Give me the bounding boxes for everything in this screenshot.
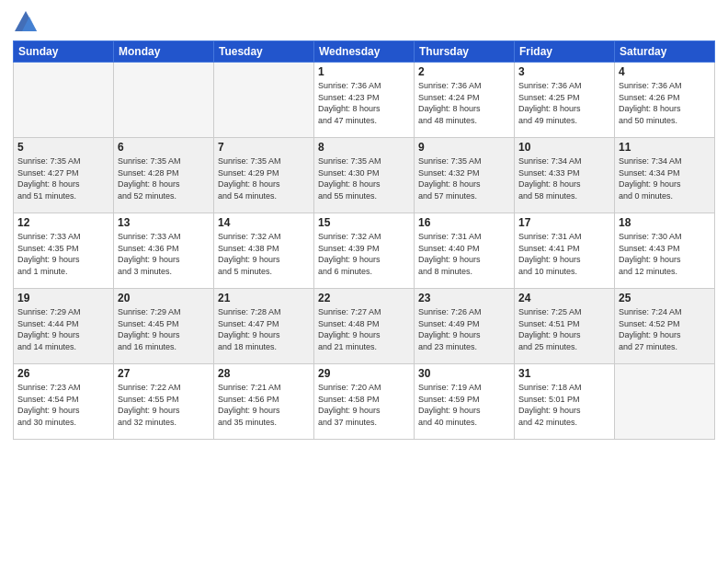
day-info: Sunrise: 7:33 AM Sunset: 4:36 PM Dayligh… [118, 231, 210, 277]
calendar-cell: 16Sunrise: 7:31 AM Sunset: 4:40 PM Dayli… [415, 213, 515, 289]
day-info: Sunrise: 7:35 AM Sunset: 4:27 PM Dayligh… [17, 155, 109, 201]
calendar-cell [14, 63, 114, 138]
day-info: Sunrise: 7:32 AM Sunset: 4:39 PM Dayligh… [318, 231, 410, 277]
day-number: 17 [518, 216, 610, 229]
day-number: 20 [118, 292, 210, 304]
day-info: Sunrise: 7:35 AM Sunset: 4:30 PM Dayligh… [318, 155, 410, 201]
calendar-table: SundayMondayTuesdayWednesdayThursdayFrid… [13, 40, 715, 440]
weekday-header-saturday: Saturday [615, 41, 715, 63]
day-info: Sunrise: 7:22 AM Sunset: 4:55 PM Dayligh… [118, 382, 210, 428]
top-section [13, 9, 715, 35]
calendar-cell: 13Sunrise: 7:33 AM Sunset: 4:36 PM Dayli… [114, 213, 214, 289]
day-number: 15 [318, 216, 410, 229]
day-number: 24 [518, 292, 610, 304]
calendar-cell: 5Sunrise: 7:35 AM Sunset: 4:27 PM Daylig… [14, 138, 114, 213]
calendar-cell: 22Sunrise: 7:27 AM Sunset: 4:48 PM Dayli… [314, 289, 415, 364]
day-info: Sunrise: 7:33 AM Sunset: 4:35 PM Dayligh… [17, 231, 109, 277]
calendar-cell: 19Sunrise: 7:29 AM Sunset: 4:44 PM Dayli… [14, 289, 114, 364]
day-number: 12 [17, 216, 109, 229]
weekday-header-row: SundayMondayTuesdayWednesdayThursdayFrid… [14, 41, 715, 63]
day-number: 26 [17, 367, 109, 380]
day-info: Sunrise: 7:27 AM Sunset: 4:48 PM Dayligh… [318, 306, 410, 352]
day-info: Sunrise: 7:29 AM Sunset: 4:45 PM Dayligh… [118, 306, 210, 352]
calendar-cell [615, 364, 715, 440]
day-number: 13 [118, 216, 210, 229]
page: SundayMondayTuesdayWednesdayThursdayFrid… [0, 0, 728, 563]
day-number: 23 [418, 292, 510, 304]
calendar-cell: 6Sunrise: 7:35 AM Sunset: 4:28 PM Daylig… [114, 138, 214, 213]
calendar-cell: 24Sunrise: 7:25 AM Sunset: 4:51 PM Dayli… [515, 289, 615, 364]
day-number: 29 [318, 367, 410, 380]
day-info: Sunrise: 7:19 AM Sunset: 4:59 PM Dayligh… [418, 382, 510, 428]
day-info: Sunrise: 7:23 AM Sunset: 4:54 PM Dayligh… [17, 382, 109, 428]
weekday-header-thursday: Thursday [415, 41, 515, 63]
day-number: 28 [218, 367, 310, 380]
day-info: Sunrise: 7:25 AM Sunset: 4:51 PM Dayligh… [518, 306, 610, 352]
day-number: 25 [619, 292, 711, 304]
calendar-cell: 15Sunrise: 7:32 AM Sunset: 4:39 PM Dayli… [314, 213, 415, 289]
day-number: 30 [418, 367, 510, 380]
logo [13, 9, 42, 35]
day-info: Sunrise: 7:26 AM Sunset: 4:49 PM Dayligh… [418, 306, 510, 352]
week-row-2: 5Sunrise: 7:35 AM Sunset: 4:27 PM Daylig… [14, 138, 715, 213]
day-number: 6 [118, 141, 210, 154]
day-number: 1 [318, 65, 410, 78]
day-info: Sunrise: 7:35 AM Sunset: 4:29 PM Dayligh… [218, 155, 310, 201]
week-row-1: 1Sunrise: 7:36 AM Sunset: 4:23 PM Daylig… [14, 63, 715, 138]
weekday-header-friday: Friday [515, 41, 615, 63]
day-info: Sunrise: 7:34 AM Sunset: 4:34 PM Dayligh… [619, 155, 711, 201]
day-number: 2 [418, 65, 510, 78]
day-info: Sunrise: 7:24 AM Sunset: 4:52 PM Dayligh… [619, 306, 711, 352]
calendar-cell: 28Sunrise: 7:21 AM Sunset: 4:56 PM Dayli… [214, 364, 314, 440]
day-number: 11 [619, 141, 711, 154]
week-row-4: 19Sunrise: 7:29 AM Sunset: 4:44 PM Dayli… [14, 289, 715, 364]
day-number: 9 [418, 141, 510, 154]
calendar-cell: 17Sunrise: 7:31 AM Sunset: 4:41 PM Dayli… [515, 213, 615, 289]
day-number: 21 [218, 292, 310, 304]
calendar-cell: 9Sunrise: 7:35 AM Sunset: 4:32 PM Daylig… [415, 138, 515, 213]
calendar-cell: 11Sunrise: 7:34 AM Sunset: 4:34 PM Dayli… [615, 138, 715, 213]
calendar-cell: 23Sunrise: 7:26 AM Sunset: 4:49 PM Dayli… [415, 289, 515, 364]
day-info: Sunrise: 7:34 AM Sunset: 4:33 PM Dayligh… [518, 155, 610, 201]
day-info: Sunrise: 7:31 AM Sunset: 4:40 PM Dayligh… [418, 231, 510, 277]
calendar-cell: 3Sunrise: 7:36 AM Sunset: 4:25 PM Daylig… [515, 63, 615, 138]
day-info: Sunrise: 7:36 AM Sunset: 4:25 PM Dayligh… [518, 80, 610, 126]
calendar-cell: 14Sunrise: 7:32 AM Sunset: 4:38 PM Dayli… [214, 213, 314, 289]
weekday-header-tuesday: Tuesday [214, 41, 314, 63]
day-info: Sunrise: 7:32 AM Sunset: 4:38 PM Dayligh… [218, 231, 310, 277]
calendar-cell: 7Sunrise: 7:35 AM Sunset: 4:29 PM Daylig… [214, 138, 314, 213]
day-number: 3 [518, 65, 610, 78]
calendar-cell: 20Sunrise: 7:29 AM Sunset: 4:45 PM Dayli… [114, 289, 214, 364]
day-info: Sunrise: 7:21 AM Sunset: 4:56 PM Dayligh… [218, 382, 310, 428]
day-number: 5 [17, 141, 109, 154]
day-info: Sunrise: 7:18 AM Sunset: 5:01 PM Dayligh… [518, 382, 610, 428]
week-row-3: 12Sunrise: 7:33 AM Sunset: 4:35 PM Dayli… [14, 213, 715, 289]
weekday-header-sunday: Sunday [14, 41, 114, 63]
calendar-cell: 4Sunrise: 7:36 AM Sunset: 4:26 PM Daylig… [615, 63, 715, 138]
calendar-cell: 12Sunrise: 7:33 AM Sunset: 4:35 PM Dayli… [14, 213, 114, 289]
day-number: 27 [118, 367, 210, 380]
calendar-cell: 27Sunrise: 7:22 AM Sunset: 4:55 PM Dayli… [114, 364, 214, 440]
day-number: 16 [418, 216, 510, 229]
day-info: Sunrise: 7:35 AM Sunset: 4:32 PM Dayligh… [418, 155, 510, 201]
day-number: 22 [318, 292, 410, 304]
day-info: Sunrise: 7:36 AM Sunset: 4:26 PM Dayligh… [619, 80, 711, 126]
day-number: 18 [619, 216, 711, 229]
day-number: 10 [518, 141, 610, 154]
calendar-cell: 1Sunrise: 7:36 AM Sunset: 4:23 PM Daylig… [314, 63, 415, 138]
day-info: Sunrise: 7:20 AM Sunset: 4:58 PM Dayligh… [318, 382, 410, 428]
calendar-cell [114, 63, 214, 138]
calendar-cell: 2Sunrise: 7:36 AM Sunset: 4:24 PM Daylig… [415, 63, 515, 138]
calendar-cell: 25Sunrise: 7:24 AM Sunset: 4:52 PM Dayli… [615, 289, 715, 364]
calendar-cell: 18Sunrise: 7:30 AM Sunset: 4:43 PM Dayli… [615, 213, 715, 289]
day-number: 14 [218, 216, 310, 229]
calendar-cell [214, 63, 314, 138]
logo-icon [13, 9, 39, 35]
day-number: 8 [318, 141, 410, 154]
weekday-header-wednesday: Wednesday [314, 41, 415, 63]
calendar-cell: 30Sunrise: 7:19 AM Sunset: 4:59 PM Dayli… [415, 364, 515, 440]
calendar-cell: 21Sunrise: 7:28 AM Sunset: 4:47 PM Dayli… [214, 289, 314, 364]
day-info: Sunrise: 7:35 AM Sunset: 4:28 PM Dayligh… [118, 155, 210, 201]
calendar-cell: 10Sunrise: 7:34 AM Sunset: 4:33 PM Dayli… [515, 138, 615, 213]
day-info: Sunrise: 7:36 AM Sunset: 4:24 PM Dayligh… [418, 80, 510, 126]
